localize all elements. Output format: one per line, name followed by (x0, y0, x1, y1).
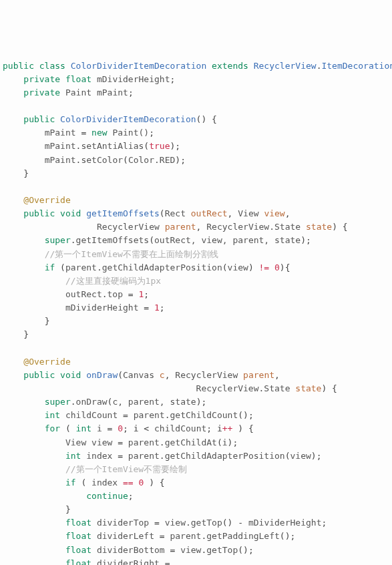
code-line: super.getItemOffsets(outRect, view, pare… (45, 235, 311, 245)
code-line: float dividerRight = (65, 558, 170, 565)
code-line: } (65, 504, 71, 514)
annotation: @Override (23, 357, 70, 367)
code-line: continue; (86, 491, 133, 501)
code-line: outRect.top = 1; (65, 289, 149, 299)
code-line: private float mDividerHeight; (23, 74, 175, 84)
code-line: mDividerHeight = 1; (65, 303, 165, 313)
code-line: public ColorDividerItemDecoration() { (23, 114, 217, 124)
code-line: RecyclerView.State state) { (196, 383, 337, 393)
code-line: mPaint.setColor(Color.RED); (45, 155, 186, 165)
code-line: mPaint.setAntiAlias(true); (45, 141, 181, 151)
code-line: float dividerBottom = view.getTop(); (65, 545, 254, 555)
comment: //这里直接硬编码为1px (65, 276, 161, 286)
code-line: View view = parent.getChildAt(i); (65, 437, 238, 447)
code-line: } (45, 316, 50, 326)
code-line: for ( int i = 0; i < childCount; i++ ) { (45, 423, 254, 433)
code-line: int childCount = parent.getChildCount(); (45, 410, 254, 420)
code-line: float dividerTop = view.getTop() - mDivi… (65, 518, 327, 528)
annotation: @Override (23, 195, 70, 205)
comment: //第一个ItemView不需要绘制 (65, 464, 187, 474)
code-line: if ( index == 0 ) { (65, 478, 165, 488)
code-line: float dividerLeft = parent.getPaddingLef… (65, 531, 295, 541)
code-line: if (parent.getChildAdapterPosition(view)… (45, 262, 290, 272)
comment: //第一个ItemView不需要在上面绘制分割线 (45, 249, 218, 259)
code-line: } (23, 329, 29, 339)
code-line: public class ColorDividerItemDecoration … (3, 61, 392, 71)
code-line: public void getItemOffsets(Rect outRect,… (23, 208, 290, 218)
code-line: private Paint mPaint; (23, 87, 133, 98)
code-line: RecyclerView parent, RecyclerView.State … (97, 222, 348, 232)
code-line: } (23, 168, 29, 178)
code-block: public class ColorDividerItemDecoration … (3, 59, 392, 565)
code-line: mPaint = new Paint(); (45, 128, 154, 138)
code-line: super.onDraw(c, parent, state); (45, 397, 207, 407)
code-line: public void onDraw(Canvas c, RecyclerVie… (23, 370, 280, 380)
code-line: int index = parent.getChildAdapterPositi… (65, 451, 322, 461)
